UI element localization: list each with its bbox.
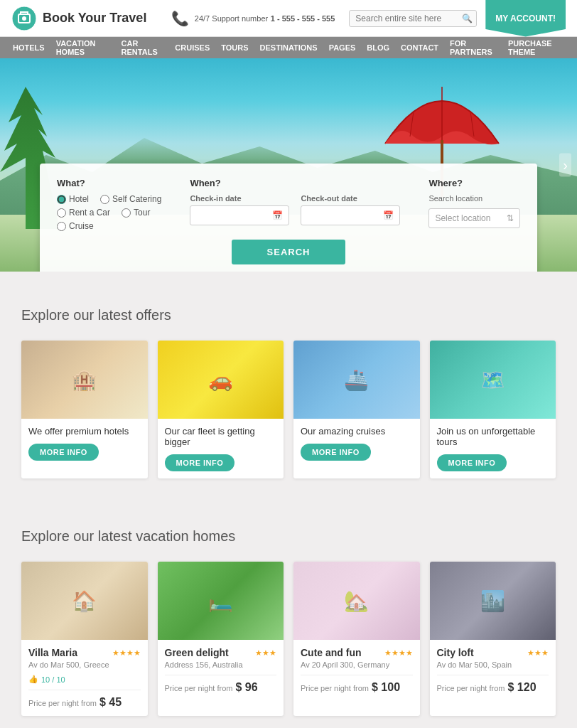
hero-section: › What? Hotel Self Catering — [0, 58, 577, 272]
checkout-field: Check-out date 📅 — [301, 194, 400, 225]
offer-icon-1: 🚗 — [158, 341, 284, 419]
vacation-name-2: Cute and fun — [301, 647, 362, 658]
option-rent-label: Rent a Car — [69, 208, 110, 218]
nav-hotels[interactable]: HOTELS — [7, 43, 50, 52]
my-account-button[interactable]: MY ACCOUNT! — [485, 0, 566, 37]
what-label: What? — [57, 178, 161, 188]
offer-body-1: Our car fleet is getting bigger MORE INF… — [158, 419, 284, 478]
offers-grid: 🏨 We offer premium hotels MORE INFO 🚗 Ou… — [21, 341, 556, 478]
option-tour-label: Tour — [134, 208, 150, 218]
nav-purchase-theme[interactable]: PURCHASE THEME — [502, 39, 570, 56]
support-label: 24/7 Support number — [195, 14, 268, 23]
price-row-2: Price per night from $ 100 — [301, 675, 413, 694]
logo-text: Book Your Travel — [43, 11, 146, 26]
offer-icon-2: 🚢 — [293, 341, 420, 419]
radio-row-2: Rent a Car Tour — [57, 208, 161, 218]
vacation-name-0: Villa Maria — [28, 647, 77, 658]
offer-image-3: 🗺️ — [430, 341, 556, 419]
main-nav: HOTELS VACATION HOMES CAR RENTALS CRUISE… — [0, 37, 577, 58]
search-options: Hotel Self Catering Rent a Car — [57, 194, 161, 231]
offer-title-2: Our amazing cruises — [301, 426, 413, 437]
price-value-0: $ 45 — [99, 696, 122, 709]
search-box: What? Hotel Self Catering — [40, 164, 537, 272]
price-label-2: Price per night from — [301, 684, 369, 692]
location-sublabel: Search location — [428, 194, 520, 203]
offers-title: Explore our latest offers — [21, 307, 556, 323]
nav-car-rentals[interactable]: CAR RENTALS — [116, 39, 170, 56]
nav-blog[interactable]: BLOG — [361, 43, 395, 52]
option-cruise[interactable]: Cruise — [57, 221, 94, 231]
search-input[interactable] — [355, 14, 462, 23]
vacation-name-1: Green delight — [165, 647, 229, 658]
vacation-card-3: 🏙️ City loft ★★★ Av do Mar 500, Spain Pr… — [430, 562, 556, 716]
price-value-3: $ 120 — [507, 681, 536, 694]
nav-pages[interactable]: PAGES — [323, 43, 362, 52]
when-section: When? Check-in date 📅 Check-out date 📅 — [190, 178, 400, 231]
nav-tours[interactable]: TOURS — [215, 43, 254, 52]
vacation-body-3: City loft ★★★ Av do Mar 500, Spain Price… — [430, 640, 556, 701]
support-info: 24/7 Support number 1 - 555 - 555 - 555 — [195, 13, 335, 23]
nav-destinations[interactable]: DESTINATIONS — [254, 43, 323, 52]
offer-btn-2[interactable]: MORE INFO — [301, 444, 371, 461]
phone-icon: 📞 — [171, 10, 189, 27]
where-label: Where? — [428, 178, 520, 188]
offer-image-1: 🚗 — [158, 341, 284, 419]
offer-title-1: Our car fleet is getting bigger — [165, 426, 277, 447]
price-row-3: Price per night from $ 120 — [437, 675, 549, 694]
what-section: What? Hotel Self Catering — [57, 178, 161, 231]
offer-icon-3: 🗺️ — [430, 341, 556, 419]
vacation-stars-0: ★★★★ — [112, 648, 141, 658]
svg-point-2 — [22, 16, 26, 21]
header: Book Your Travel 📞 24/7 Support number 1… — [0, 0, 577, 37]
search-button[interactable]: SEARCH — [232, 240, 346, 264]
vacation-stars-3: ★★★ — [527, 648, 549, 658]
nav-contact[interactable]: CONTACT — [395, 43, 444, 52]
offer-icon-0: 🏨 — [21, 341, 148, 419]
offer-btn-0[interactable]: MORE INFO — [28, 444, 99, 461]
vacation-icon-2: 🏡 — [293, 562, 420, 640]
vacation-grid: 🏠 Villa Maria ★★★★ Av do Mar 500, Greece… — [21, 562, 556, 716]
vacation-section: Explore our latest vacation homes 🏠 Vill… — [0, 500, 577, 728]
calendar-icon-2: 📅 — [383, 210, 394, 220]
option-self-catering[interactable]: Self Catering — [100, 194, 161, 204]
nav-cruises[interactable]: CRUISES — [169, 43, 215, 52]
site-search[interactable]: 🔍 — [349, 10, 477, 27]
checkin-input[interactable]: 📅 — [190, 205, 289, 225]
option-hotel[interactable]: Hotel — [57, 194, 89, 204]
vacation-image-0: 🏠 — [21, 562, 148, 640]
vacation-name-3: City loft — [437, 647, 474, 658]
checkout-input[interactable]: 📅 — [301, 205, 400, 225]
price-value-1: $ 96 — [235, 681, 257, 694]
select-arrow-icon: ⇅ — [507, 213, 514, 223]
option-tour[interactable]: Tour — [122, 208, 150, 218]
option-rent-a-car[interactable]: Rent a Car — [57, 208, 110, 218]
offer-card-0: 🏨 We offer premium hotels MORE INFO — [21, 341, 148, 478]
vacation-body-2: Cute and fun ★★★★ Av 20 April 300, Germa… — [293, 640, 420, 701]
offer-image-2: 🚢 — [293, 341, 420, 419]
vacation-image-2: 🏡 — [293, 562, 420, 640]
checkout-label: Check-out date — [301, 194, 400, 203]
hero-next-arrow[interactable]: › — [559, 154, 571, 177]
offer-btn-1[interactable]: MORE INFO — [165, 454, 235, 471]
offers-section: Explore our latest offers 🏨 We offer pre… — [0, 272, 577, 500]
calendar-icon: 📅 — [272, 210, 283, 220]
offer-body-3: Join us on unforgettable tours MORE INFO — [430, 419, 556, 478]
search-btn-row: SEARCH — [57, 240, 520, 264]
search-icon: 🔍 — [462, 14, 473, 23]
date-group: Check-in date 📅 Check-out date 📅 — [190, 194, 400, 225]
support-number: 1 - 555 - 555 - 555 — [271, 14, 335, 23]
offer-image-0: 🏨 — [21, 341, 148, 419]
vacation-name-row-0: Villa Maria ★★★★ — [28, 647, 141, 658]
vacation-icon-1: 🛏️ — [158, 562, 284, 640]
offer-title-0: We offer premium hotels — [28, 426, 141, 437]
location-select[interactable]: Select location ⇅ — [428, 208, 520, 228]
vacation-address-2: Av 20 April 300, Germany — [301, 660, 413, 669]
nav-vacation-homes[interactable]: VACATION HOMES — [50, 39, 116, 56]
vacation-address-0: Av do Mar 500, Greece — [28, 660, 141, 669]
vacation-card-0: 🏠 Villa Maria ★★★★ Av do Mar 500, Greece… — [21, 562, 148, 716]
offer-btn-3[interactable]: MORE INFO — [437, 454, 507, 471]
option-cruise-label: Cruise — [69, 221, 94, 231]
nav-for-partners[interactable]: FOR PARTNERS — [444, 39, 502, 56]
vacation-name-row-2: Cute and fun ★★★★ — [301, 647, 413, 658]
logo-area: Book Your Travel — [11, 6, 171, 31]
